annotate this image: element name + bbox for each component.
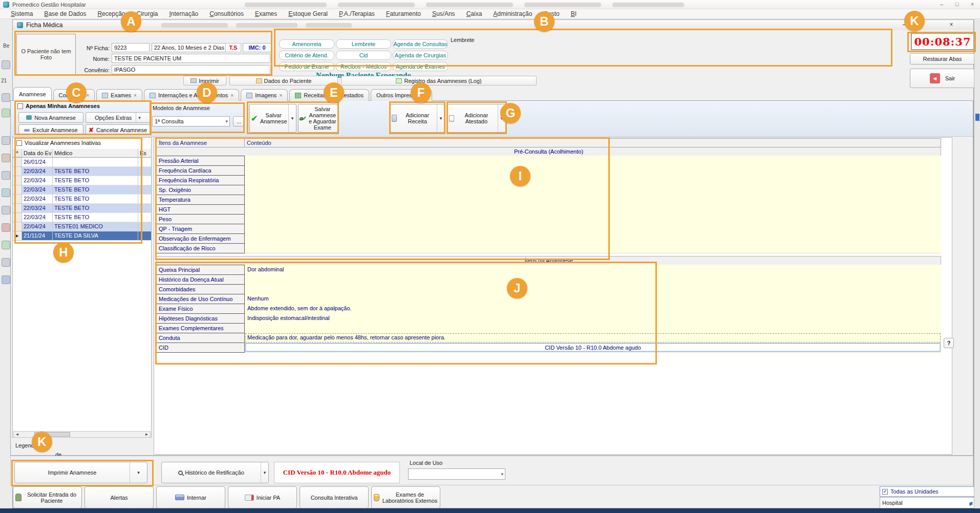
list-item[interactable]: 26/01/24 — [13, 158, 151, 167]
row-selector[interactable]: ▶ — [13, 231, 22, 241]
convenio-field[interactable]: IPASGO — [112, 65, 270, 74]
cancelar-anamnese-button[interactable]: ✘ Cancelar Anamnese — [86, 124, 150, 135]
unidade-select[interactable]: Hospital ▾ — [880, 497, 975, 508]
modelos-select[interactable]: 1ª Consulta ▾ — [152, 116, 230, 126]
opcoes-extras-button[interactable]: Opções Extras ▾ — [86, 112, 150, 123]
menu-faturamento[interactable]: Faturamento — [380, 10, 427, 17]
chevron-down-icon[interactable]: ▾ — [261, 462, 268, 483]
row-content[interactable]: Indisposição estomacal/intestinal — [245, 313, 941, 324]
list-item[interactable]: 22/03/24TESTE BETO — [13, 185, 151, 195]
iniciar-pa-button[interactable]: Iniciar PA — [228, 486, 297, 508]
menu-bi[interactable]: BI — [565, 10, 582, 17]
list-item[interactable]: 22/03/24TESTE BETO — [13, 167, 151, 176]
row-content[interactable] — [245, 224, 941, 234]
ts-button[interactable]: T.S — [225, 43, 241, 52]
menu-administracao[interactable]: Administração — [487, 10, 538, 17]
help-button[interactable]: ? — [944, 338, 954, 348]
sidebar-tool-icon[interactable] — [2, 93, 10, 102]
scroll-right-icon[interactable]: ► — [143, 432, 150, 437]
chevron-down-icon[interactable]: ▾ — [288, 104, 296, 132]
list-item[interactable]: 22/03/24TESTE BETO — [13, 213, 151, 222]
row-content[interactable] — [245, 233, 941, 244]
salvar-anamnese-button[interactable]: ✔ Salvar Anamnese ▾ — [249, 104, 296, 133]
excluir-anamnese-button[interactable]: Excluir Anamnese — [18, 124, 83, 135]
quick-button-criterio-de-atend[interactable]: Critério de Atend. — [279, 51, 334, 60]
dados-do-paciente-button[interactable]: Dados do Paciente — [229, 76, 338, 86]
date-column-header[interactable]: Data do Ev — [22, 149, 53, 157]
row-content[interactable] — [245, 274, 941, 285]
menu-sistema[interactable]: Sistema — [5, 10, 38, 17]
list-item[interactable]: 22/04/24TESTE01 MEDICO — [13, 222, 151, 231]
list-item[interactable]: 22/03/24TESTE BETO — [13, 176, 151, 185]
sidebar-tool-icon[interactable] — [2, 109, 10, 117]
quick-button-lembrete[interactable]: Lembrete — [336, 39, 391, 49]
sidebar-tool-icon[interactable] — [2, 223, 10, 232]
close-icon[interactable]: × — [230, 93, 233, 98]
row-content[interactable] — [245, 156, 941, 166]
maximize-icon[interactable]: □ — [949, 0, 965, 9]
row-selector[interactable] — [13, 167, 22, 176]
row-content[interactable] — [245, 284, 941, 294]
checkbox-checked-icon[interactable]: ✔ — [882, 489, 888, 495]
modelos-more-button[interactable]: ... — [233, 116, 245, 126]
tab-anamnese[interactable]: Anamnese — [13, 87, 52, 101]
row-selector[interactable] — [13, 176, 22, 185]
row-content[interactable] — [245, 243, 941, 253]
close-icon[interactable]: × — [965, 0, 980, 9]
sidebar-tool-icon[interactable] — [2, 60, 10, 69]
menu-p-a-terapias[interactable]: P.A./Terapias — [333, 10, 380, 17]
row-content[interactable] — [245, 195, 941, 205]
ficha-number-field[interactable]: 9223 — [112, 43, 150, 52]
tab-imagens[interactable]: Imagens× — [241, 89, 288, 101]
list-item[interactable]: 22/03/24TESTE BETO — [13, 204, 151, 213]
menu-consultorios[interactable]: Consultórios — [204, 10, 249, 17]
menu-exames[interactable]: Exames — [249, 10, 283, 17]
menu-caixa[interactable]: Caixa — [461, 10, 488, 17]
close-icon[interactable]: × — [87, 93, 90, 98]
quick-button-cid[interactable]: Cid — [336, 51, 391, 60]
chevron-down-icon[interactable]: ▾ — [136, 113, 141, 122]
sidebar-tool-icon[interactable] — [2, 275, 10, 284]
row-selector[interactable] — [13, 185, 22, 195]
sidebar-tool-icon[interactable] — [2, 241, 10, 249]
nome-field[interactable]: TESTE DE PACIENTE UM — [112, 54, 270, 63]
close-icon[interactable]: × — [279, 93, 282, 98]
row-content[interactable]: Nenhum — [245, 294, 941, 304]
row-selector[interactable] — [13, 204, 22, 213]
exames-de-laboratorios-externos-button[interactable]: Exames de Laboratórios Externos — [371, 486, 440, 508]
inativas-checkbox-row[interactable]: Visualizar Anamneses Inativas — [16, 140, 101, 146]
adicionar-atestado-button[interactable]: Adicionar Atestado ▾ — [448, 104, 506, 133]
row-selector[interactable] — [13, 222, 22, 231]
tab-exames[interactable]: Exames× — [96, 89, 142, 101]
close-icon[interactable]: × — [134, 93, 137, 98]
row-content[interactable] — [245, 214, 941, 224]
local-de-uso-select[interactable]: ▾ — [408, 468, 505, 480]
alertas-button[interactable]: Alertas — [84, 486, 154, 508]
row-content[interactable] — [245, 165, 941, 176]
sair-button[interactable]: ◄ Sair — [910, 69, 975, 88]
extra-column-header[interactable]: Es — [138, 149, 151, 157]
sidebar-tool-icon[interactable] — [2, 171, 10, 180]
historico-retificacao-button[interactable]: Histórico de Retificação ▾ — [161, 462, 269, 483]
row-selector[interactable] — [13, 213, 22, 222]
sidebar-tool-icon[interactable] — [2, 154, 10, 162]
menu-sus-ans[interactable]: Sus/Ans — [427, 10, 461, 17]
quick-button-agenda-de-consultas[interactable]: Agenda de Consultas — [393, 39, 448, 49]
sidebar-tool-icon[interactable] — [2, 136, 10, 145]
todas-unidades-row[interactable]: ✔ Todas as Unidades — [880, 486, 975, 497]
row-content[interactable] — [245, 323, 941, 333]
sidebar-tool-icon[interactable] — [2, 258, 10, 267]
sidebar-tool-icon[interactable] — [2, 206, 10, 215]
checkbox-icon[interactable] — [17, 103, 23, 109]
menu-estoque-geral[interactable]: Estoque Geral — [283, 10, 333, 17]
list-item[interactable]: 22/03/24TESTE BETO — [13, 195, 151, 204]
row-content[interactable]: Medicação para dor, aguardar pelo menos … — [245, 333, 941, 343]
quick-button-amenorreia[interactable]: Amenorreia — [279, 39, 334, 49]
scroll-left-icon[interactable]: ◄ — [14, 432, 20, 437]
close-icon[interactable]: × — [945, 21, 958, 29]
chevron-down-icon[interactable]: ▾ — [130, 462, 147, 483]
checkbox-icon[interactable] — [16, 140, 22, 146]
row-selector[interactable] — [13, 158, 22, 167]
quick-button-pedido-de-exame[interactable]: Pedido de Exame — [279, 62, 334, 71]
row-content[interactable] — [245, 185, 941, 195]
